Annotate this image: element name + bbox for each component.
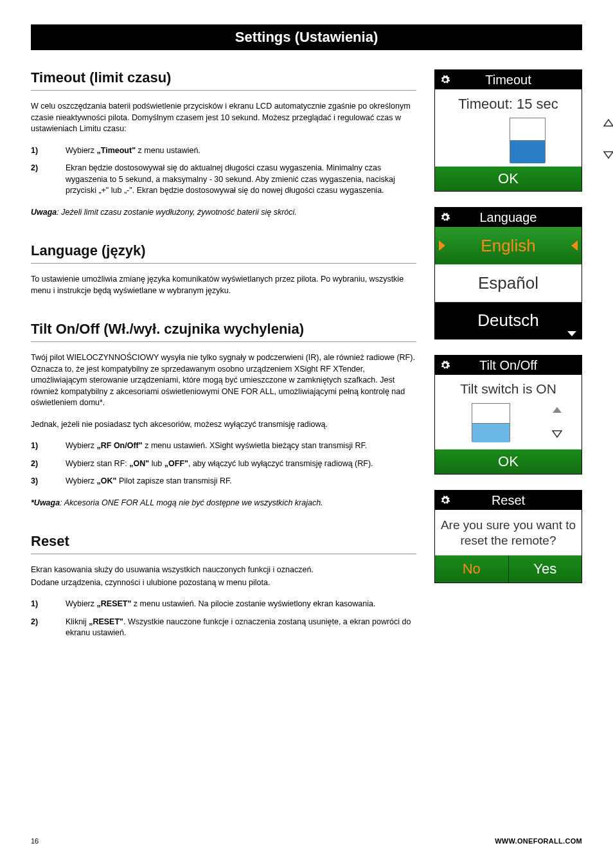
language-option-espanol[interactable]: Español xyxy=(435,264,582,302)
screen-header: Reset xyxy=(435,491,582,510)
reset-p1: Ekran kasowania służy do usuwania wszyst… xyxy=(31,565,416,576)
timeout-value: Timeout: 15 sec xyxy=(435,89,582,116)
gear-icon xyxy=(440,212,450,222)
timeout-slider[interactable] xyxy=(435,116,582,167)
tilt-status: Tilt switch is ON xyxy=(435,375,582,401)
screen-title: Reset xyxy=(453,493,582,508)
tilt-slider[interactable] xyxy=(435,401,582,449)
page-number: 16 xyxy=(31,837,39,845)
reset-p2: Dodane urządzenia, czynności i ulubione … xyxy=(31,577,416,589)
step-number: 1) xyxy=(31,440,41,452)
screen-title: Language xyxy=(453,210,582,225)
page-footer: 16 WWW.ONEFORALL.COM xyxy=(31,837,582,845)
step-text: Wybierz „Timeout" z menu ustawień. xyxy=(66,145,416,157)
scroll-down-icon[interactable] xyxy=(567,331,576,336)
screen-header: Timeout xyxy=(435,70,582,89)
screen-title: Tilt On/Off xyxy=(453,358,582,373)
step-text: Ekran będzie dostosowywał się do aktualn… xyxy=(66,163,416,197)
screenshots-column: Timeout Timeout: 15 sec OK xyxy=(434,69,582,649)
svg-marker-2 xyxy=(553,431,562,437)
language-screen: Language English Español Deutsch xyxy=(434,207,582,339)
step-text: Wybierz „RF On/Off" z menu ustawień. XSi… xyxy=(66,440,416,452)
language-heading: Language (język) xyxy=(31,242,416,264)
arrow-up-icon[interactable] xyxy=(603,119,613,127)
tilt-screen: Tilt On/Off Tilt switch is ON OK xyxy=(434,355,582,475)
tilt-p2: Jednak, jeżeli nie posiadasz tych akceso… xyxy=(31,419,416,431)
list-item: 1) Wybierz „Timeout" z menu ustawień. xyxy=(31,145,416,157)
timeout-intro: W celu oszczędzania baterii podświetleni… xyxy=(31,101,416,135)
list-item: 1) Wybierz „RESET" z menu ustawień. Na p… xyxy=(31,599,416,610)
ok-button[interactable]: OK xyxy=(435,167,582,191)
language-option-english[interactable]: English xyxy=(435,227,582,264)
tilt-note: *Uwaga: Akcesoria ONE FOR ALL mogą nie b… xyxy=(31,498,416,509)
arrow-up-icon[interactable] xyxy=(553,407,562,413)
main-content: Timeout (limit czasu) W celu oszczędzani… xyxy=(31,69,416,649)
step-text: Wybierz „OK" Pilot zapisze stan transmis… xyxy=(66,476,416,487)
reset-confirm-text: Are you sure you want to reset the remot… xyxy=(435,510,582,555)
arrow-down-icon[interactable] xyxy=(603,151,613,159)
timeout-steps: 1) Wybierz „Timeout" z menu ustawień. 2)… xyxy=(31,145,416,197)
svg-marker-1 xyxy=(604,152,613,158)
screen-header: Tilt On/Off xyxy=(435,356,582,375)
language-intro: To ustawienie umożliwia zmianę języka ko… xyxy=(31,274,416,296)
tilt-heading: Tilt On/Off (Wł./wył. czujnika wychyleni… xyxy=(31,321,416,342)
reset-screen: Reset Are you sure you want to reset the… xyxy=(434,490,582,583)
tilt-p1: Twój pilot WIELOCZYNNOŚCIOWY wysyła nie … xyxy=(31,352,416,409)
gear-icon xyxy=(440,495,450,505)
page-header: Settings (Ustawienia) xyxy=(31,24,582,50)
step-text: Kliknij „RESET". Wszystkie nauczone funk… xyxy=(66,617,416,639)
arrow-down-icon[interactable] xyxy=(552,430,562,438)
screen-header: Language xyxy=(435,208,582,227)
step-text: Wybierz „RESET" z menu ustawień. Na pilo… xyxy=(66,599,416,610)
timeout-screen: Timeout Timeout: 15 sec OK xyxy=(434,69,582,192)
step-number: 2) xyxy=(31,617,41,639)
ok-button[interactable]: OK xyxy=(435,449,582,474)
page-header-title: Settings (Ustawienia) xyxy=(235,29,378,46)
step-text: Wybierz stan RF: „ON" lub „OFF", aby włą… xyxy=(66,458,416,470)
step-number: 3) xyxy=(31,476,41,487)
timeout-note: Uwaga: Jeżeli limit czasu zostanie wydłu… xyxy=(31,207,416,219)
language-option-deutsch[interactable]: Deutsch xyxy=(435,302,582,339)
list-item: 1) Wybierz „RF On/Off" z menu ustawień. … xyxy=(31,440,416,452)
no-button[interactable]: No xyxy=(435,556,509,583)
step-number: 1) xyxy=(31,145,41,157)
screen-title: Timeout xyxy=(453,73,582,87)
gear-icon xyxy=(440,75,450,85)
list-item: 2) Ekran będzie dostosowywał się do aktu… xyxy=(31,163,416,197)
reset-heading: Reset xyxy=(31,533,416,554)
yes-button[interactable]: Yes xyxy=(509,556,582,583)
reset-steps: 1) Wybierz „RESET" z menu ustawień. Na p… xyxy=(31,599,416,639)
svg-marker-0 xyxy=(604,120,613,126)
footer-url: WWW.ONEFORALL.COM xyxy=(495,837,582,845)
slider-fill xyxy=(510,141,545,163)
list-item: 2) Kliknij „RESET". Wszystkie nauczone f… xyxy=(31,617,416,639)
list-item: 3) Wybierz „OK" Pilot zapisze stan trans… xyxy=(31,476,416,487)
step-number: 2) xyxy=(31,458,41,470)
timeout-heading: Timeout (limit czasu) xyxy=(31,69,416,91)
step-number: 2) xyxy=(31,163,41,197)
tilt-steps: 1) Wybierz „RF On/Off" z menu ustawień. … xyxy=(31,440,416,487)
gear-icon xyxy=(440,360,450,370)
list-item: 2) Wybierz stan RF: „ON" lub „OFF", aby … xyxy=(31,458,416,470)
step-number: 1) xyxy=(31,599,41,610)
